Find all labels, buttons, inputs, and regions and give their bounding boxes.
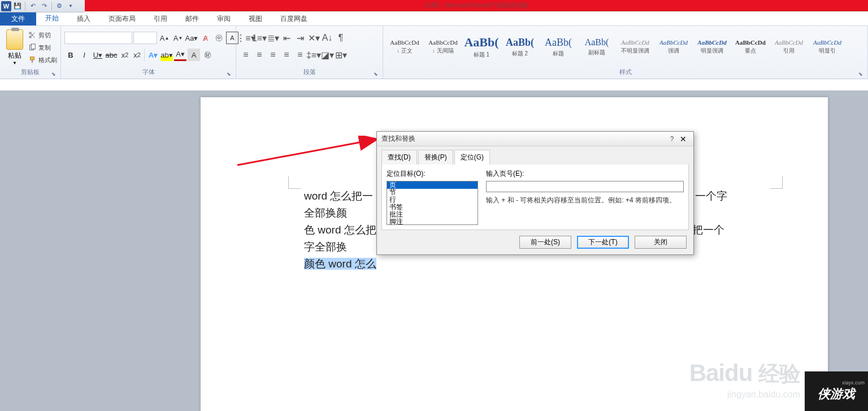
find-replace-dialog: 查找和替换 ? ✕ 查找(D) 替换(P) 定位(G) 定位目标(O): 页节行… [376,131,694,255]
align-right-button[interactable]: ≡ [267,49,279,61]
style-item[interactable]: AaBbCcDd引用 [771,29,807,64]
redo-icon[interactable]: ↷ [39,1,49,11]
bullets-button[interactable]: ⋮≡▾ [240,32,252,44]
qat-dropdown-icon[interactable]: ▼ [66,1,76,11]
multilevel-button[interactable]: ≣▾ [267,32,279,44]
goto-list-item[interactable]: 页 [387,181,478,189]
change-case-button[interactable]: Aa▾ [185,32,198,44]
copy-button[interactable]: 复制 [28,42,57,53]
tab-view[interactable]: 视图 [240,12,271,25]
shading-button[interactable]: ◪▾ [321,49,333,61]
paste-button[interactable]: 粘贴 ▼ [3,27,26,66]
enclose-char-button[interactable]: ㊖ [201,49,214,61]
subscript-button[interactable]: x2 [119,49,131,61]
tab-baidu[interactable]: 百度网盘 [271,12,316,25]
goto-list-item[interactable]: 节 [387,189,478,196]
ribbon-tabs: 文件 开始 插入 页面布局 引用 邮件 审阅 视图 百度网盘 [0,12,868,26]
cut-button[interactable]: 剪切 [28,29,57,41]
qat-settings-icon[interactable]: ⚙ [54,1,64,11]
style-item[interactable]: AaBbCcDd明显强调 [694,29,730,64]
format-painter-button[interactable]: 格式刷 [28,54,57,66]
style-item[interactable]: AaBbCcDd↓ 无间隔 [425,29,461,64]
dialog-tabs: 查找(D) 替换(P) 定位(G) [377,146,693,165]
paste-icon [6,29,23,50]
font-dialog-launcher[interactable]: ⬊ [227,71,231,77]
goto-hint-text: 输入 + 和 - 可将相关内容移至当前位置。例如: +4 将前移四项。 [486,196,684,205]
indent-dec-button[interactable]: ⇤ [280,32,293,44]
char-shading-button[interactable]: A [188,49,200,61]
page-number-label: 输入页号(E): [486,169,684,179]
goto-list-item[interactable]: 脚注 [387,218,478,225]
ribbon-body: 粘贴 ▼ 剪切 复制 格式刷 剪贴板⬊ [0,26,868,79]
style-item[interactable]: AaBbCcDd要点 [732,29,769,64]
watermark-baidu: Baidu 经验 [689,360,800,388]
line-spacing-button[interactable]: ‡≡▾ [307,49,320,61]
dialog-help-button[interactable]: ? [666,135,678,143]
strike-button[interactable]: abc [105,49,118,61]
font-family-select[interactable] [64,32,132,44]
style-item[interactable]: AaBb(副标题 [579,29,615,64]
style-item[interactable]: AaBbCcDd↓ 正文 [387,29,423,64]
tab-goto[interactable]: 定位(G) [454,150,490,165]
align-left-button[interactable]: ≡ [240,49,252,61]
show-marks-button[interactable]: ¶ [335,32,347,44]
indent-inc-button[interactable]: ⇥ [294,32,306,44]
highlight-button[interactable]: ab▾ [160,49,173,61]
goto-target-list[interactable]: 页节行书签批注脚注 [387,181,478,225]
superscript-button[interactable]: x2 [132,49,145,61]
underline-button[interactable]: U▾ [92,49,104,61]
group-paragraph: ⋮≡▾ 1≡▾ ≣▾ ⇤ ⇥ ✕▾ A↓ ¶ ≡ ≡ ≡ ≡ ≡ ‡≡▾ ◪▾ … [236,26,383,79]
tab-review[interactable]: 审阅 [208,12,240,25]
tab-references[interactable]: 引用 [145,12,176,25]
clipboard-dialog-launcher[interactable]: ⬊ [51,71,56,77]
style-item[interactable]: AaBbCcDd不明显强调 [617,29,653,64]
margin-corner-right [770,176,783,189]
font-size-select[interactable] [133,32,157,44]
text-effects-button[interactable]: A▾ [147,49,159,61]
save-icon[interactable]: 💾 [12,1,23,11]
dialog-titlebar[interactable]: 查找和替换 ? ✕ [377,132,693,146]
tab-find[interactable]: 查找(D) [381,150,417,165]
svg-rect-5 [32,60,33,63]
clear-format-button[interactable]: A̷ [199,32,211,44]
italic-button[interactable]: I [78,49,90,61]
style-item[interactable]: AaBbCcDd明显引 [809,29,845,64]
goto-target-label: 定位目标(O): [387,169,478,179]
shrink-font-button[interactable]: A▼ [172,32,184,44]
close-button[interactable]: 关闭 [635,236,687,249]
tab-insert[interactable]: 插入 [68,12,99,25]
tab-file[interactable]: 文件 [0,12,36,25]
align-distrib-button[interactable]: ≡ [294,49,306,61]
grow-font-button[interactable]: A▲ [158,32,171,44]
paragraph-dialog-launcher[interactable]: ⬊ [374,71,378,77]
asian-layout-button[interactable]: ✕▾ [307,32,320,44]
undo-icon[interactable]: ↶ [28,1,38,11]
tab-mailings[interactable]: 邮件 [176,12,208,25]
style-item[interactable]: AaBb(标题 1 [463,29,500,64]
styles-dialog-launcher[interactable]: ⬊ [858,71,863,77]
watermark-xiayx: xiayx.com 侠游戏 [805,371,868,411]
tab-home[interactable]: 开始 [36,12,68,25]
page-number-input[interactable] [486,181,684,192]
numbering-button[interactable]: 1≡▾ [253,32,266,44]
tab-replace[interactable]: 替换(P) [418,150,453,165]
phonetic-guide-button[interactable]: ㊥ [212,32,225,44]
style-item[interactable]: AaBb(标题 2 [502,29,538,64]
sort-button[interactable]: A↓ [321,32,333,44]
word-icon: W [1,1,11,11]
borders-button[interactable]: ⊞▾ [335,49,347,61]
style-item[interactable]: AaBb(标题 [540,29,576,64]
align-center-button[interactable]: ≡ [253,49,266,61]
styles-gallery[interactable]: AaBbCcDd↓ 正文AaBbCcDd↓ 无间隔AaBb(标题 1AaBb(标… [387,27,845,64]
next-button[interactable]: 下一处(T) [577,236,629,249]
bold-button[interactable]: B [64,49,77,61]
group-clipboard: 粘贴 ▼ 剪切 复制 格式刷 剪贴板⬊ [0,26,61,79]
prev-button[interactable]: 前一处(S) [519,236,571,249]
group-font: A▲ A▼ Aa▾ A̷ ㊥ A B I U▾ abc x2 x2 A▾ ab▾… [61,26,236,79]
dialog-title: 查找和替换 [381,134,666,144]
font-color-button[interactable]: A▾ [174,49,186,61]
align-justify-button[interactable]: ≡ [280,49,293,61]
style-item[interactable]: AaBbCcDd强调 [656,29,692,64]
dialog-close-button[interactable]: ✕ [678,135,689,144]
tab-layout[interactable]: 页面布局 [99,12,145,25]
